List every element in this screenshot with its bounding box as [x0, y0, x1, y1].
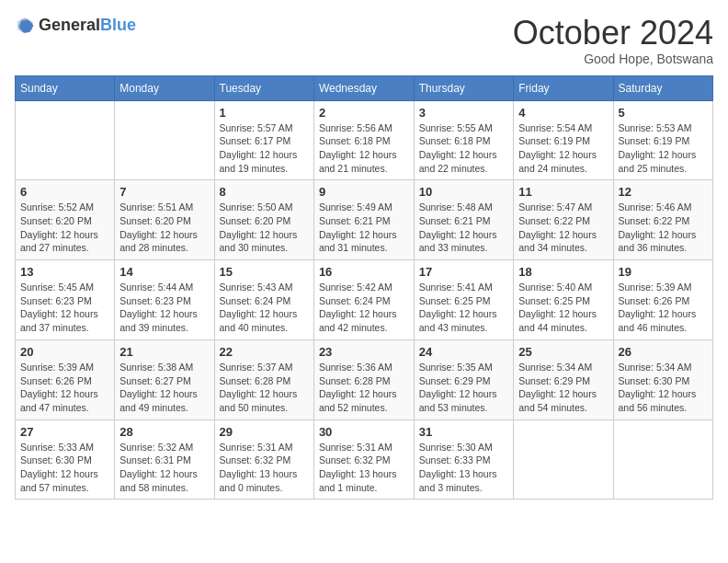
calendar-header-friday: Friday — [514, 75, 613, 100]
calendar-week-row: 1Sunrise: 5:57 AM Sunset: 6:17 PM Daylig… — [16, 100, 713, 180]
day-info: Sunrise: 5:57 AM Sunset: 6:17 PM Dayligh… — [220, 121, 309, 176]
calendar-header-saturday: Saturday — [613, 75, 713, 100]
calendar-cell: 13Sunrise: 5:45 AM Sunset: 6:23 PM Dayli… — [16, 260, 115, 340]
calendar-cell: 25Sunrise: 5:34 AM Sunset: 6:29 PM Dayli… — [514, 339, 613, 419]
calendar-header-sunday: Sunday — [16, 75, 115, 100]
calendar-cell: 2Sunrise: 5:56 AM Sunset: 6:18 PM Daylig… — [313, 100, 414, 180]
day-info: Sunrise: 5:34 AM Sunset: 6:29 PM Dayligh… — [518, 361, 608, 415]
header: GeneralBlue October 2024 Good Hope, Bots… — [15, 15, 713, 66]
calendar-header-tuesday: Tuesday — [214, 75, 313, 100]
calendar-cell: 15Sunrise: 5:43 AM Sunset: 6:24 PM Dayli… — [214, 260, 313, 340]
day-number: 7 — [119, 185, 209, 199]
day-number: 28 — [119, 425, 209, 439]
day-number: 23 — [319, 345, 409, 359]
logo-text: GeneralBlue — [39, 17, 136, 34]
day-number: 14 — [119, 265, 209, 279]
calendar-header-wednesday: Wednesday — [313, 75, 414, 100]
day-info: Sunrise: 5:47 AM Sunset: 6:22 PM Dayligh… — [518, 201, 608, 255]
day-info: Sunrise: 5:33 AM Sunset: 6:30 PM Dayligh… — [20, 441, 109, 495]
day-number: 15 — [220, 265, 309, 279]
day-info: Sunrise: 5:39 AM Sunset: 6:26 PM Dayligh… — [619, 281, 709, 335]
calendar-cell: 16Sunrise: 5:42 AM Sunset: 6:24 PM Dayli… — [313, 260, 414, 340]
calendar-cell: 26Sunrise: 5:34 AM Sunset: 6:30 PM Dayli… — [613, 339, 713, 419]
day-number: 29 — [220, 425, 309, 439]
calendar-header-thursday: Thursday — [414, 75, 514, 100]
calendar-header-row: SundayMondayTuesdayWednesdayThursdayFrid… — [16, 75, 713, 100]
location-title: Good Hope, Botswana — [513, 52, 713, 66]
calendar-cell — [16, 100, 115, 180]
day-number: 18 — [518, 265, 608, 279]
day-info: Sunrise: 5:48 AM Sunset: 6:21 PM Dayligh… — [419, 201, 509, 255]
day-number: 12 — [619, 185, 709, 199]
calendar-cell: 7Sunrise: 5:51 AM Sunset: 6:20 PM Daylig… — [115, 180, 214, 260]
day-info: Sunrise: 5:42 AM Sunset: 6:24 PM Dayligh… — [319, 281, 409, 335]
day-number: 2 — [319, 106, 409, 120]
calendar-cell: 24Sunrise: 5:35 AM Sunset: 6:29 PM Dayli… — [414, 339, 514, 419]
calendar-week-row: 20Sunrise: 5:39 AM Sunset: 6:26 PM Dayli… — [16, 339, 713, 419]
day-number: 31 — [419, 425, 509, 439]
day-info: Sunrise: 5:38 AM Sunset: 6:27 PM Dayligh… — [119, 361, 209, 415]
calendar-cell: 11Sunrise: 5:47 AM Sunset: 6:22 PM Dayli… — [514, 180, 613, 260]
calendar-cell: 18Sunrise: 5:40 AM Sunset: 6:25 PM Dayli… — [514, 260, 613, 340]
day-number: 1 — [220, 106, 309, 120]
calendar-cell: 1Sunrise: 5:57 AM Sunset: 6:17 PM Daylig… — [214, 100, 313, 180]
day-info: Sunrise: 5:41 AM Sunset: 6:25 PM Dayligh… — [419, 281, 509, 335]
calendar-cell — [613, 419, 713, 500]
calendar-week-row: 27Sunrise: 5:33 AM Sunset: 6:30 PM Dayli… — [16, 419, 713, 500]
day-number: 20 — [20, 345, 109, 359]
calendar-cell: 19Sunrise: 5:39 AM Sunset: 6:26 PM Dayli… — [613, 260, 713, 340]
day-number: 11 — [518, 185, 608, 199]
calendar-cell: 9Sunrise: 5:49 AM Sunset: 6:21 PM Daylig… — [313, 180, 414, 260]
day-info: Sunrise: 5:51 AM Sunset: 6:20 PM Dayligh… — [119, 201, 209, 255]
calendar-cell — [115, 100, 214, 180]
calendar-cell: 3Sunrise: 5:55 AM Sunset: 6:18 PM Daylig… — [414, 100, 514, 180]
day-number: 3 — [419, 106, 509, 120]
day-info: Sunrise: 5:32 AM Sunset: 6:31 PM Dayligh… — [119, 441, 209, 495]
calendar-cell: 4Sunrise: 5:54 AM Sunset: 6:19 PM Daylig… — [514, 100, 613, 180]
day-info: Sunrise: 5:34 AM Sunset: 6:30 PM Dayligh… — [619, 361, 709, 415]
calendar-cell: 27Sunrise: 5:33 AM Sunset: 6:30 PM Dayli… — [16, 419, 115, 500]
calendar-cell: 28Sunrise: 5:32 AM Sunset: 6:31 PM Dayli… — [115, 419, 214, 500]
day-number: 24 — [419, 345, 509, 359]
day-info: Sunrise: 5:45 AM Sunset: 6:23 PM Dayligh… — [20, 281, 109, 335]
day-number: 25 — [518, 345, 608, 359]
calendar-cell: 31Sunrise: 5:30 AM Sunset: 6:33 PM Dayli… — [414, 419, 514, 500]
day-number: 26 — [619, 345, 709, 359]
day-number: 4 — [518, 106, 608, 120]
day-info: Sunrise: 5:31 AM Sunset: 6:32 PM Dayligh… — [220, 441, 309, 495]
day-number: 22 — [220, 345, 309, 359]
day-number: 8 — [220, 185, 309, 199]
calendar-week-row: 13Sunrise: 5:45 AM Sunset: 6:23 PM Dayli… — [16, 260, 713, 340]
calendar-cell: 17Sunrise: 5:41 AM Sunset: 6:25 PM Dayli… — [414, 260, 514, 340]
day-info: Sunrise: 5:56 AM Sunset: 6:18 PM Dayligh… — [319, 121, 409, 176]
calendar-header-monday: Monday — [115, 75, 214, 100]
day-info: Sunrise: 5:53 AM Sunset: 6:19 PM Dayligh… — [619, 121, 709, 176]
day-number: 27 — [20, 425, 109, 439]
day-number: 5 — [619, 106, 709, 120]
calendar-cell: 6Sunrise: 5:52 AM Sunset: 6:20 PM Daylig… — [16, 180, 115, 260]
day-number: 6 — [20, 185, 109, 199]
day-info: Sunrise: 5:36 AM Sunset: 6:28 PM Dayligh… — [319, 361, 409, 415]
day-info: Sunrise: 5:31 AM Sunset: 6:32 PM Dayligh… — [319, 441, 409, 495]
calendar-cell: 10Sunrise: 5:48 AM Sunset: 6:21 PM Dayli… — [414, 180, 514, 260]
calendar-cell: 8Sunrise: 5:50 AM Sunset: 6:20 PM Daylig… — [214, 180, 313, 260]
day-info: Sunrise: 5:40 AM Sunset: 6:25 PM Dayligh… — [518, 281, 608, 335]
day-info: Sunrise: 5:44 AM Sunset: 6:23 PM Dayligh… — [119, 281, 209, 335]
calendar-table: SundayMondayTuesdayWednesdayThursdayFrid… — [15, 75, 713, 500]
day-info: Sunrise: 5:30 AM Sunset: 6:33 PM Dayligh… — [419, 441, 509, 495]
calendar-cell: 12Sunrise: 5:46 AM Sunset: 6:22 PM Dayli… — [613, 180, 713, 260]
calendar-cell — [514, 419, 613, 500]
calendar-cell: 14Sunrise: 5:44 AM Sunset: 6:23 PM Dayli… — [115, 260, 214, 340]
day-number: 21 — [119, 345, 209, 359]
day-info: Sunrise: 5:52 AM Sunset: 6:20 PM Dayligh… — [20, 201, 109, 255]
day-number: 16 — [319, 265, 409, 279]
calendar-week-row: 6Sunrise: 5:52 AM Sunset: 6:20 PM Daylig… — [16, 180, 713, 260]
calendar-cell: 29Sunrise: 5:31 AM Sunset: 6:32 PM Dayli… — [214, 419, 313, 500]
calendar-cell: 30Sunrise: 5:31 AM Sunset: 6:32 PM Dayli… — [313, 419, 414, 500]
day-number: 19 — [619, 265, 709, 279]
day-info: Sunrise: 5:39 AM Sunset: 6:26 PM Dayligh… — [20, 361, 109, 415]
calendar-cell: 5Sunrise: 5:53 AM Sunset: 6:19 PM Daylig… — [613, 100, 713, 180]
day-info: Sunrise: 5:50 AM Sunset: 6:20 PM Dayligh… — [220, 201, 309, 255]
day-number: 13 — [20, 265, 109, 279]
calendar-cell: 20Sunrise: 5:39 AM Sunset: 6:26 PM Dayli… — [16, 339, 115, 419]
